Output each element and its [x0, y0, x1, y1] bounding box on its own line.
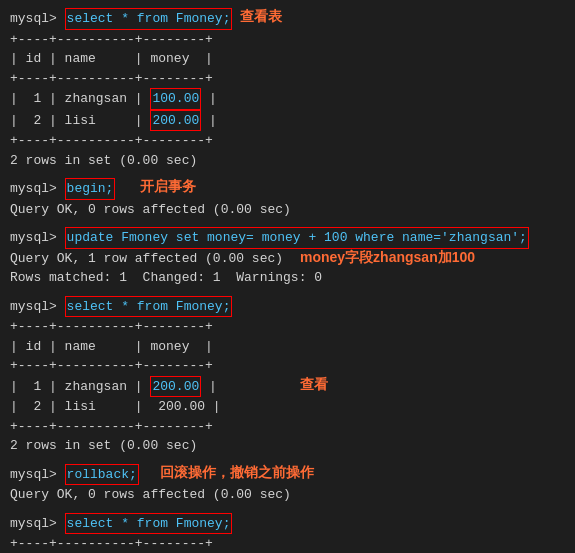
prompt-1: mysql> — [10, 9, 65, 29]
command-line-begin: mysql> begin; 开启事务 — [10, 178, 565, 200]
prompt-3: mysql> — [10, 514, 65, 534]
table-row-2a: | 1 | zhangsan | 200.00 | 查看 — [10, 376, 565, 398]
prompt-2: mysql> — [10, 297, 65, 317]
annotation-begin: 开启事务 — [140, 176, 196, 197]
cmd-select1: select * from Fmoney; — [65, 8, 233, 30]
annotation-select2: 查看 — [300, 374, 328, 395]
command-line-2: mysql> select * from Fmoney; — [10, 296, 565, 318]
cmd-update: update Fmoney set money= money + 100 whe… — [65, 227, 529, 249]
terminal-window: mysql> select * from Fmoney; 查看表 +----+-… — [10, 8, 565, 553]
command-line-update: mysql> update Fmoney set money= money + … — [10, 227, 565, 249]
cmd-begin: begin; — [65, 178, 116, 200]
table-row-1b: | 2 | lisi | 200.00 | — [10, 110, 565, 132]
section-select1: mysql> select * from Fmoney; 查看表 +----+-… — [10, 8, 565, 170]
section-select2: mysql> select * from Fmoney; +----+-----… — [10, 296, 565, 456]
annotation-rollback: 回滚操作，撤销之前操作 — [160, 462, 314, 483]
section-begin: mysql> begin; 开启事务 Query OK, 0 rows affe… — [10, 178, 565, 219]
table-border-2: +----+----------+--------+ — [10, 69, 565, 89]
result-update-1: Query OK, 1 row affected (0.00 sec) mone… — [10, 249, 565, 269]
table-border-6: +----+----------+--------+ — [10, 417, 565, 437]
result-begin: Query OK, 0 rows affected (0.00 sec) — [10, 200, 565, 220]
prompt-begin: mysql> — [10, 179, 65, 199]
table-row-1a: | 1 | zhangsan | 100.00 | — [10, 88, 565, 110]
table-header-2: | id | name | money | — [10, 337, 565, 357]
value-200-1: 200.00 — [150, 110, 201, 132]
cmd-rollback: rollback; — [65, 464, 139, 486]
table-header-1: | id | name | money | — [10, 49, 565, 69]
value-100-1: 100.00 — [150, 88, 201, 110]
cmd-select2: select * from Fmoney; — [65, 296, 233, 318]
command-line-1: mysql> select * from Fmoney; 查看表 — [10, 8, 565, 30]
command-line-3: mysql> select * from Fmoney; — [10, 513, 565, 535]
table-border-4: +----+----------+--------+ — [10, 317, 565, 337]
annotation-update: money字段zhangsan加100 — [300, 247, 475, 268]
table-row-2b: | 2 | lisi | 200.00 | — [10, 397, 565, 417]
table-border-1: +----+----------+--------+ — [10, 30, 565, 50]
section-update: mysql> update Fmoney set money= money + … — [10, 227, 565, 288]
table-border-5: +----+----------+--------+ — [10, 356, 565, 376]
result-rows-2: 2 rows in set (0.00 sec) — [10, 436, 565, 456]
result-rollback: Query OK, 0 rows affected (0.00 sec) — [10, 485, 565, 505]
prompt-rollback: mysql> — [10, 465, 65, 485]
prompt-update: mysql> — [10, 228, 65, 248]
section-rollback: mysql> rollback; 回滚操作，撤销之前操作 Query OK, 0… — [10, 464, 565, 505]
result-update-2: Rows matched: 1 Changed: 1 Warnings: 0 — [10, 268, 565, 288]
section-select3: mysql> select * from Fmoney; +----+-----… — [10, 513, 565, 554]
result-rows-1: 2 rows in set (0.00 sec) — [10, 151, 565, 171]
table-border-7: +----+----------+--------+ — [10, 534, 565, 553]
value-200-updated: 200.00 — [150, 376, 201, 398]
table-border-3: +----+----------+--------+ — [10, 131, 565, 151]
command-line-rollback: mysql> rollback; 回滚操作，撤销之前操作 — [10, 464, 565, 486]
annotation-select1: 查看表 — [240, 6, 282, 27]
cmd-select3: select * from Fmoney; — [65, 513, 233, 535]
